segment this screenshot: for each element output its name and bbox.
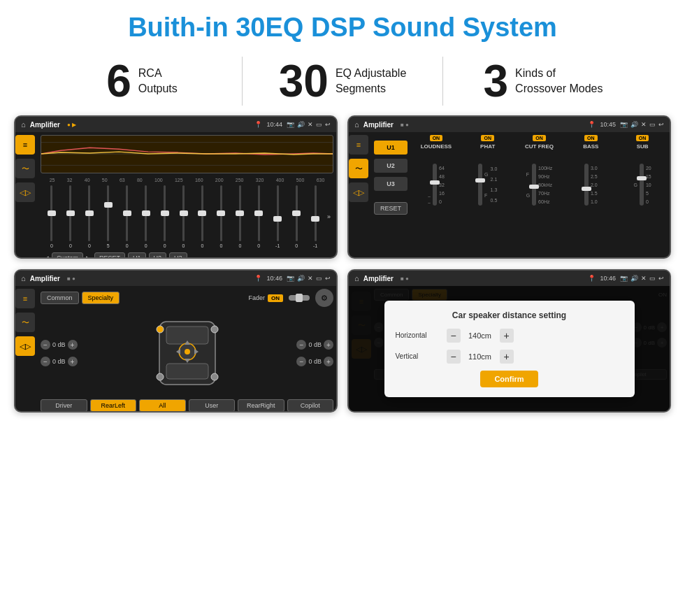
minimize-icon-2[interactable]: ▭ <box>649 121 656 128</box>
vol-row-rr: − 0 dB + <box>296 357 333 366</box>
eq-slider-9[interactable]: 0 <box>212 185 229 248</box>
back-icon[interactable]: ↩ <box>325 121 331 128</box>
close-icon[interactable]: ✕ <box>308 121 313 128</box>
vertical-plus[interactable]: + <box>499 350 513 364</box>
eq-slider-14[interactable]: -1 <box>307 185 324 248</box>
rearleft-btn[interactable]: RearLeft <box>90 399 137 412</box>
vol-minus-rr[interactable]: − <box>296 357 306 366</box>
vol-plus-fl[interactable]: + <box>68 340 78 350</box>
spk-sidebar-eq[interactable]: ≡ <box>15 289 35 308</box>
cross-sidebar-vol[interactable]: ◁▷ <box>349 182 368 202</box>
status-icons-2: 📷 🔊 ✕ ▭ ↩ <box>620 121 664 128</box>
spk-sidebar-vol[interactable]: ◁▷ <box>15 336 35 356</box>
eq-controls: ◀ Custom ▶ RESET U1 U2 U3 <box>41 252 333 259</box>
eq-slider-4[interactable]: 0 <box>119 185 136 248</box>
horizontal-minus[interactable]: − <box>446 329 460 343</box>
next-button[interactable]: ▶ <box>86 255 92 259</box>
eq-sidebar-eq[interactable]: ≡ <box>15 135 35 155</box>
u1-button[interactable]: U1 <box>128 252 146 259</box>
eq-sidebar-vol[interactable]: ◁▷ <box>15 182 35 202</box>
vol-val-rl: 0 dB <box>52 358 66 365</box>
sub-slider[interactable] <box>640 164 644 206</box>
horizontal-label: Horizontal <box>395 331 440 339</box>
u3-cross-button[interactable]: U3 <box>374 177 408 191</box>
u2-cross-button[interactable]: U2 <box>374 159 408 173</box>
eq-time: 10:44 <box>266 121 282 128</box>
eq-sliders: 0 0 0 5 0 <box>41 185 333 248</box>
eq-slider-12[interactable]: -1 <box>269 185 286 248</box>
reset-button[interactable]: RESET <box>94 252 125 259</box>
vol-row-rl: − 0 dB + <box>41 357 78 366</box>
horizontal-plus[interactable]: + <box>499 329 513 343</box>
eq-slider-6[interactable]: 0 <box>157 185 173 248</box>
eq-slider-3[interactable]: 5 <box>100 185 117 248</box>
fader-slider[interactable] <box>289 295 310 301</box>
settings-icon[interactable]: ⚙ <box>315 289 333 307</box>
spk-sidebar-wave[interactable]: 〜 <box>15 313 35 332</box>
minimize-icon-4[interactable]: ▭ <box>649 275 656 282</box>
back-icon-3[interactable]: ↩ <box>325 275 331 282</box>
eq-slider-2[interactable]: 0 <box>81 185 98 248</box>
eq-graph <box>41 135 333 173</box>
eq-slider-5[interactable]: 0 <box>138 185 154 248</box>
eq-slider-8[interactable]: 0 <box>194 185 211 248</box>
user-btn[interactable]: User <box>189 399 236 412</box>
vol-minus-fr[interactable]: − <box>296 340 306 350</box>
custom-button[interactable]: Custom <box>52 252 83 259</box>
vol-val-fr: 0 dB <box>308 341 322 348</box>
vol-plus-rr[interactable]: + <box>324 357 333 366</box>
back-icon-2[interactable]: ↩ <box>658 121 664 128</box>
svg-point-15 <box>211 373 218 380</box>
home-icon-2[interactable]: ⌂ <box>354 120 359 129</box>
phat-slider[interactable] <box>478 164 482 206</box>
common-tab[interactable]: Common <box>41 292 79 304</box>
home-icon[interactable]: ⌂ <box>21 120 26 129</box>
eq-content: 25 32 40 50 63 80 100 125 160 200 250 32… <box>38 132 336 242</box>
back-icon-4[interactable]: ↩ <box>658 275 664 282</box>
close-icon-2[interactable]: ✕ <box>641 121 647 128</box>
bass-slider[interactable] <box>584 164 589 206</box>
eq-slider-1[interactable]: 0 <box>62 185 79 248</box>
prev-button[interactable]: ◀ <box>43 255 49 259</box>
rearright-btn[interactable]: RearRight <box>238 399 284 412</box>
u2-button[interactable]: U2 <box>149 252 167 259</box>
eq-slider-13[interactable]: 0 <box>288 185 305 248</box>
cutfreq-slider[interactable] <box>532 164 536 206</box>
eq-slider-7[interactable]: 0 <box>175 185 192 248</box>
phat-section: ON PHAT G F 3.0 2.1 <box>463 135 512 255</box>
status-icons-4: 📷 🔊 ✕ ▭ ↩ <box>620 275 664 282</box>
u1-cross-button[interactable]: U1 <box>374 141 408 155</box>
minimize-icon[interactable]: ▭ <box>316 121 322 128</box>
eq-slider-0[interactable]: 0 <box>43 185 60 248</box>
cross-sidebar-cross[interactable]: 〜 <box>349 159 368 178</box>
vol-minus-fl[interactable]: − <box>41 340 50 350</box>
minimize-icon-3[interactable]: ▭ <box>316 275 322 282</box>
vol-plus-fr[interactable]: + <box>324 340 333 350</box>
eq-slider-10[interactable]: 0 <box>231 185 248 248</box>
page-title: Buith-in 30EQ DSP Sound System <box>0 0 685 50</box>
stat-number-crossover: 3 <box>484 59 509 103</box>
all-btn[interactable]: All <box>139 399 186 412</box>
cross-sidebar-eq[interactable]: ≡ <box>349 135 368 155</box>
vol-plus-rl[interactable]: + <box>68 357 78 366</box>
vol-minus-rl[interactable]: − <box>41 357 50 366</box>
vertical-minus[interactable]: − <box>446 350 460 364</box>
location-icon: 📍 <box>254 121 262 128</box>
loudness-slider-1[interactable] <box>433 164 437 206</box>
eq-sidebar-wave[interactable]: 〜 <box>15 159 35 178</box>
specialty-tab[interactable]: Specialty <box>82 292 120 304</box>
close-icon-3[interactable]: ✕ <box>308 275 313 282</box>
close-icon-4[interactable]: ✕ <box>641 275 647 282</box>
crossover-status-bar: ⌂ Amplifier ■ ● 📍 10:45 📷 🔊 ✕ ▭ ↩ <box>349 117 670 132</box>
more-icon[interactable]: » <box>327 213 331 220</box>
u3-button[interactable]: U3 <box>169 252 187 259</box>
confirm-button[interactable]: Confirm <box>480 371 538 387</box>
crossover-reset[interactable]: RESET <box>374 202 408 215</box>
vol-row-fl: − 0 dB + <box>41 340 78 350</box>
driver-btn[interactable]: Driver <box>41 399 87 412</box>
crossover-inner: ≡ 〜 ◁▷ U1 U2 U3 RESET ON LOUDNESS <box>349 132 670 257</box>
copilot-btn[interactable]: Copilot <box>287 399 334 412</box>
home-icon-4[interactable]: ⌂ <box>354 274 359 282</box>
home-icon-3[interactable]: ⌂ <box>21 274 26 282</box>
eq-slider-11[interactable]: 0 <box>250 185 267 248</box>
